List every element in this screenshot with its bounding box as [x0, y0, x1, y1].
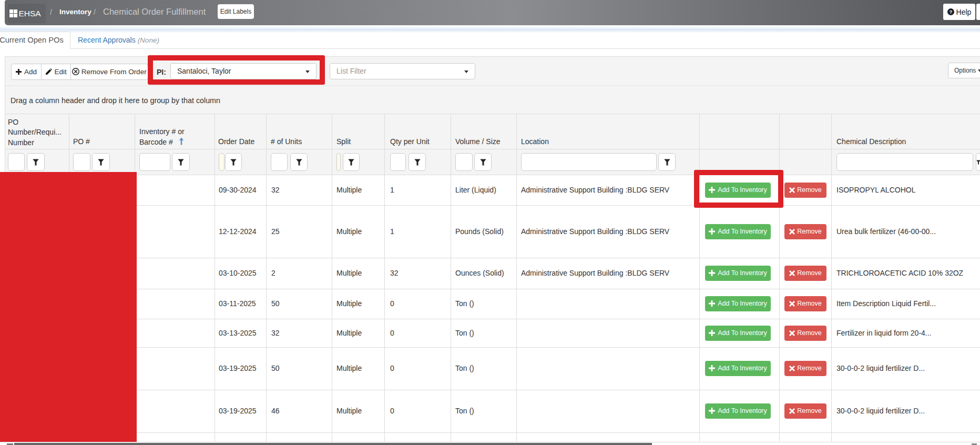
- svg-text:?: ?: [949, 9, 952, 15]
